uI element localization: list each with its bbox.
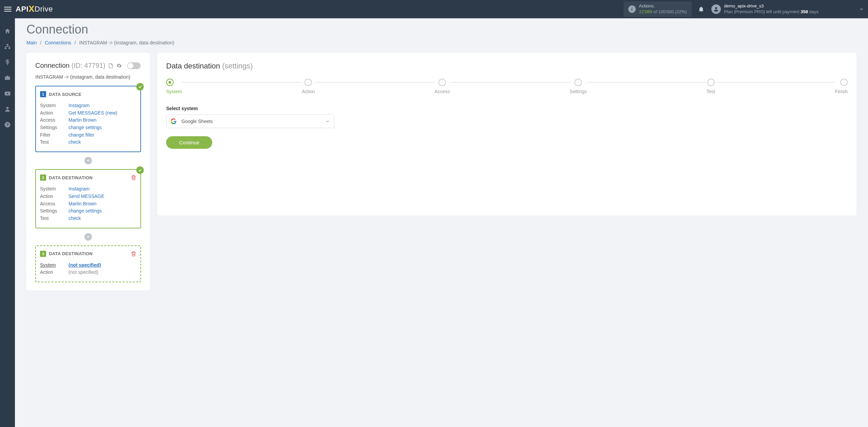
data-destination-block-1: 2 DATA DESTINATION SystemInstagram Actio…	[35, 169, 141, 228]
dest1-settings-link[interactable]: change settings	[68, 207, 102, 215]
page-title: Connection	[26, 22, 856, 37]
breadcrumb-connections[interactable]: Connections	[45, 40, 71, 45]
step-finish[interactable]: Finish	[835, 79, 848, 94]
dest1-test-link[interactable]: check	[68, 215, 81, 222]
step-number-badge: 2	[40, 175, 46, 181]
step-access[interactable]: Access	[435, 79, 450, 94]
sitemap-icon[interactable]	[4, 43, 11, 50]
block-title: DATA SOURCE	[49, 92, 81, 97]
source-access-link[interactable]: Martin Brown	[68, 117, 96, 124]
continue-button[interactable]: Continue	[166, 136, 212, 149]
document-icon[interactable]	[108, 63, 114, 68]
breadcrumb: Main / Connections / INSTAGRAM -> (insta…	[26, 40, 856, 45]
logo[interactable]: APIXDrive	[16, 4, 53, 15]
gear-icon[interactable]	[116, 63, 122, 68]
data-source-block: 1 DATA SOURCE SystemInstagram ActionGet …	[35, 86, 141, 152]
sidebar: ?	[0, 18, 15, 427]
menu-toggle[interactable]	[4, 5, 12, 13]
google-icon	[171, 118, 177, 124]
check-icon	[136, 83, 144, 90]
connection-title: Connection (ID: 47791)	[35, 62, 105, 69]
trash-icon[interactable]	[131, 175, 136, 180]
stepper: System Action Access Setti	[166, 79, 848, 94]
dollar-icon[interactable]	[4, 59, 11, 66]
svg-point-6	[6, 107, 9, 109]
block-title: DATA DESTINATION	[49, 175, 93, 180]
user-icon[interactable]	[4, 106, 11, 113]
user-menu[interactable]: demo_apix-drive_s3 Plan |Premium PRO| le…	[711, 3, 818, 15]
briefcase-icon[interactable]	[4, 75, 11, 81]
home-icon[interactable]	[4, 28, 11, 35]
step-action[interactable]: Action	[302, 79, 315, 94]
svg-point-0	[715, 7, 717, 9]
dest1-system-link[interactable]: Instagram	[68, 185, 90, 193]
select-system-dropdown[interactable]: Google Sheets	[166, 115, 334, 128]
panel-title: Data destination (settings)	[166, 62, 848, 70]
source-system-link[interactable]: Instagram	[68, 102, 90, 109]
dest2-system-link[interactable]: (not specified)	[68, 262, 101, 269]
youtube-icon[interactable]	[4, 90, 11, 97]
actions-text: Actions: 22'089 of 100'000 (22%)	[639, 3, 687, 15]
actions-counter[interactable]: i Actions: 22'089 of 100'000 (22%)	[624, 1, 692, 17]
connection-subtitle: INSTAGRAM -> (instagram, data destinatio…	[35, 74, 141, 80]
dest1-action-link[interactable]: Send MESSAGE	[68, 193, 104, 200]
trash-icon[interactable]	[131, 251, 136, 257]
connection-panel: Connection (ID: 47791) INSTAGRAM -> (ins…	[26, 53, 150, 290]
step-test[interactable]: Test	[707, 79, 715, 94]
svg-rect-2	[5, 48, 6, 49]
add-block-button[interactable]: +	[84, 157, 92, 164]
block-title: DATA DESTINATION	[49, 251, 93, 256]
destination-settings-panel: Data destination (settings) System Actio…	[157, 53, 856, 216]
dest1-access-link[interactable]: Martin Brown	[68, 200, 96, 208]
chevron-down-icon	[325, 119, 330, 124]
user-text: demo_apix-drive_s3 Plan |Premium PRO| le…	[724, 3, 818, 15]
source-settings-link[interactable]: change settings	[68, 124, 102, 131]
step-number-badge: 3	[40, 251, 46, 257]
check-icon	[136, 166, 144, 174]
source-action-link[interactable]: Get MESSAGES (new)	[68, 109, 117, 117]
select-value: Google Sheets	[181, 119, 213, 124]
help-icon[interactable]: ?	[4, 121, 11, 128]
notifications-icon[interactable]	[698, 6, 705, 13]
svg-rect-3	[8, 48, 10, 49]
enabled-toggle[interactable]	[127, 62, 141, 69]
data-destination-block-2: 3 DATA DESTINATION System(not specified)…	[35, 245, 141, 282]
avatar-icon	[711, 4, 721, 14]
add-block-button[interactable]: +	[84, 233, 92, 241]
svg-text:?: ?	[6, 122, 8, 127]
step-system[interactable]: System	[166, 79, 182, 94]
dest2-action-value: (not specified)	[68, 269, 98, 276]
select-system-label: Select system	[166, 106, 848, 111]
svg-rect-1	[7, 44, 8, 45]
breadcrumb-current: INSTAGRAM -> (instagram, data destinatio…	[79, 40, 174, 45]
source-filter-link[interactable]: change filter	[68, 131, 94, 139]
step-settings[interactable]: Settings	[570, 79, 587, 94]
source-test-link[interactable]: check	[68, 139, 81, 146]
info-icon: i	[628, 5, 636, 13]
step-number-badge: 1	[40, 91, 46, 97]
chevron-down-icon[interactable]	[859, 7, 864, 12]
breadcrumb-main[interactable]: Main	[26, 40, 37, 45]
